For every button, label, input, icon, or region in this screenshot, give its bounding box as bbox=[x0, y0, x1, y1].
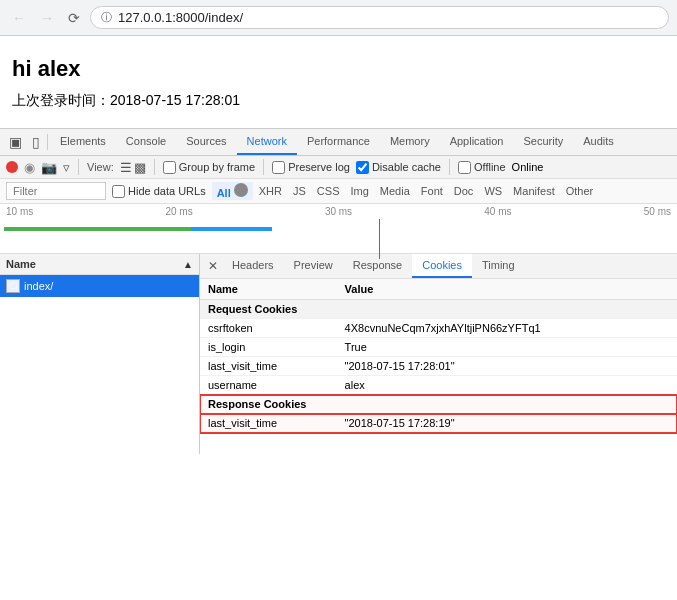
filter-img-button[interactable]: Img bbox=[345, 182, 373, 200]
browser-chrome: ← → ⟳ ⓘ 127.0.0.1:8000/index/ bbox=[0, 0, 677, 36]
device-icon[interactable]: ▯ bbox=[27, 130, 45, 154]
filter-doc-button[interactable]: Doc bbox=[449, 182, 479, 200]
tab-separator bbox=[47, 134, 48, 150]
address-bar[interactable]: ⓘ 127.0.0.1:8000/index/ bbox=[90, 6, 669, 29]
browser-toolbar: ← → ⟳ ⓘ 127.0.0.1:8000/index/ bbox=[0, 0, 677, 35]
detail-close-button[interactable]: ✕ bbox=[204, 257, 222, 275]
url-text: 127.0.0.1:8000/index/ bbox=[118, 10, 658, 25]
toolbar-separator-1 bbox=[78, 159, 79, 175]
detail-panel: ✕ Headers Preview Response Cookies Timin… bbox=[200, 254, 677, 454]
filter-type-buttons: All XHR JS CSS Img Media Font Doc WS Man… bbox=[212, 182, 599, 200]
tab-application[interactable]: Application bbox=[440, 129, 514, 155]
requests-list: Name ▲ ☐ index/ bbox=[0, 254, 200, 454]
group-by-frame-checkbox[interactable] bbox=[163, 161, 176, 174]
disable-cache-label[interactable]: Disable cache bbox=[356, 161, 441, 174]
response-cookies-label: Response Cookies bbox=[200, 395, 677, 414]
filter-css-button[interactable]: CSS bbox=[312, 182, 345, 200]
detail-tab-cookies[interactable]: Cookies bbox=[412, 254, 472, 278]
tab-sources[interactable]: Sources bbox=[176, 129, 236, 155]
online-label: Online bbox=[512, 161, 544, 173]
cookie-name-username: username bbox=[200, 376, 337, 395]
cookie-row-username: username alex bbox=[200, 376, 677, 395]
hide-data-urls-label[interactable]: Hide data URLs bbox=[112, 185, 206, 198]
cookie-row-is-login: is_login True bbox=[200, 338, 677, 357]
request-cookies-header: Request Cookies bbox=[200, 300, 677, 319]
cookie-value-username: alex bbox=[337, 376, 677, 395]
lock-icon: ⓘ bbox=[101, 10, 112, 25]
timeline-labels: 10 ms 20 ms 30 ms 40 ms 50 ms bbox=[4, 206, 673, 217]
group-by-frame-label[interactable]: Group by frame bbox=[163, 161, 255, 174]
preserve-log-checkbox[interactable] bbox=[272, 161, 285, 174]
cookie-value-csrftoken: 4X8cvnuNeCqm7xjxhAYltjiPN66zYFTq1 bbox=[337, 319, 677, 338]
toolbar-separator-4 bbox=[449, 159, 450, 175]
offline-label[interactable]: Offline bbox=[458, 161, 506, 174]
detail-tab-headers[interactable]: Headers bbox=[222, 254, 284, 278]
request-cookies-label: Request Cookies bbox=[200, 300, 677, 319]
camera-button[interactable]: 📷 bbox=[41, 160, 57, 175]
filter-button[interactable]: ▿ bbox=[63, 160, 70, 175]
cookie-name-is-login: is_login bbox=[200, 338, 337, 357]
all-badge bbox=[234, 183, 248, 197]
cookie-value-last-visit-request: "2018-07-15 17:28:01" bbox=[337, 357, 677, 376]
tab-security[interactable]: Security bbox=[513, 129, 573, 155]
cookie-name-csrftoken: csrftoken bbox=[200, 319, 337, 338]
timeline-label-30ms: 30 ms bbox=[325, 206, 352, 217]
page-subtitle: 上次登录时间：2018-07-15 17:28:01 bbox=[12, 92, 665, 110]
list-view-button[interactable]: ☰ bbox=[120, 160, 132, 175]
request-favicon: ☐ bbox=[6, 279, 20, 293]
col-value-header: Value bbox=[337, 279, 677, 300]
preserve-log-label[interactable]: Preserve log bbox=[272, 161, 350, 174]
cookie-row-csrftoken: csrftoken 4X8cvnuNeCqm7xjxhAYltjiPN66zYF… bbox=[200, 319, 677, 338]
detail-tabs: Headers Preview Response Cookies Timing bbox=[222, 254, 673, 278]
filter-media-button[interactable]: Media bbox=[375, 182, 415, 200]
tab-memory[interactable]: Memory bbox=[380, 129, 440, 155]
stop-button[interactable]: ◉ bbox=[24, 160, 35, 175]
cookie-value-last-visit-response: "2018-07-15 17:28:19" bbox=[337, 414, 677, 433]
toolbar-separator-3 bbox=[263, 159, 264, 175]
tab-audits[interactable]: Audits bbox=[573, 129, 624, 155]
network-panel: Name ▲ ☐ index/ ✕ Headers Preview Respon… bbox=[0, 254, 677, 454]
tab-network[interactable]: Network bbox=[237, 129, 297, 155]
filter-js-button[interactable]: JS bbox=[288, 182, 311, 200]
filter-input[interactable] bbox=[6, 182, 106, 200]
filter-all-button[interactable]: All bbox=[212, 182, 253, 200]
page-content: hi alex 上次登录时间：2018-07-15 17:28:01 bbox=[0, 36, 677, 128]
request-name: index/ bbox=[24, 280, 53, 292]
requests-header: Name ▲ bbox=[0, 254, 199, 275]
response-cookies-header: Response Cookies bbox=[200, 395, 677, 414]
toolbar-separator-2 bbox=[154, 159, 155, 175]
hide-data-urls-checkbox[interactable] bbox=[112, 185, 125, 198]
view-icons: ☰ ▩ bbox=[120, 160, 146, 175]
tab-performance[interactable]: Performance bbox=[297, 129, 380, 155]
offline-checkbox[interactable] bbox=[458, 161, 471, 174]
cookie-row-last-visit-request: last_visit_time "2018-07-15 17:28:01" bbox=[200, 357, 677, 376]
detail-tab-response[interactable]: Response bbox=[343, 254, 413, 278]
filter-bar: Hide data URLs All XHR JS CSS Img Media … bbox=[0, 179, 677, 204]
page-title: hi alex bbox=[12, 56, 665, 82]
devtools-tabs-bar: ▣ ▯ Elements Console Sources Network Per… bbox=[0, 129, 677, 156]
filter-ws-button[interactable]: WS bbox=[479, 182, 507, 200]
cookie-name-last-visit-request: last_visit_time bbox=[200, 357, 337, 376]
filter-other-button[interactable]: Other bbox=[561, 182, 599, 200]
refresh-button[interactable]: ⟳ bbox=[64, 8, 84, 28]
request-item-index[interactable]: ☐ index/ bbox=[0, 275, 199, 297]
view-label: View: bbox=[87, 161, 114, 173]
forward-button[interactable]: → bbox=[36, 8, 58, 28]
filter-font-button[interactable]: Font bbox=[416, 182, 448, 200]
tree-view-button[interactable]: ▩ bbox=[134, 160, 146, 175]
filter-xhr-button[interactable]: XHR bbox=[254, 182, 287, 200]
disable-cache-checkbox[interactable] bbox=[356, 161, 369, 174]
timeline-label-10ms: 10 ms bbox=[6, 206, 33, 217]
back-button[interactable]: ← bbox=[8, 8, 30, 28]
tab-elements[interactable]: Elements bbox=[50, 129, 116, 155]
timeline-green-bar bbox=[4, 227, 191, 231]
cookies-data-table: Name Value Request Cookies csrftoken 4X8… bbox=[200, 279, 677, 433]
detail-tab-timing[interactable]: Timing bbox=[472, 254, 525, 278]
record-button[interactable] bbox=[6, 161, 18, 173]
tab-console[interactable]: Console bbox=[116, 129, 176, 155]
detail-tab-preview[interactable]: Preview bbox=[284, 254, 343, 278]
filter-manifest-button[interactable]: Manifest bbox=[508, 182, 560, 200]
inspect-icon[interactable]: ▣ bbox=[4, 130, 27, 154]
cookie-name-last-visit-response: last_visit_time bbox=[200, 414, 337, 433]
timeline-bar-area bbox=[4, 219, 673, 249]
